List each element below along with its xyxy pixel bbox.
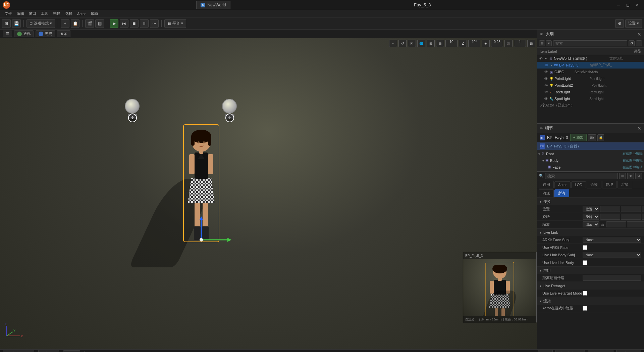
scale-dropdown[interactable]: 缩放 [583, 221, 599, 227]
add-component-btn[interactable]: + 添加 [570, 134, 587, 141]
cmd-btn[interactable]: Cmd ▾ [63, 350, 80, 352]
filter-tab-lod[interactable]: LOD [571, 181, 586, 188]
rot-z-input[interactable]: 90.0° [642, 214, 644, 220]
cam-speed-btn[interactable]: 🎥 [504, 40, 513, 47]
transform-translate-btn[interactable]: ↔ [389, 40, 397, 47]
pos-z-input[interactable]: 6.39018 [642, 206, 644, 212]
use-live-retarget-checkbox[interactable] [583, 291, 587, 296]
grid-snap-btn[interactable]: ⊟ [436, 40, 444, 47]
layout-btn[interactable]: ⊞ [2, 19, 11, 28]
transform-scale-btn[interactable]: ⇱ [408, 40, 416, 47]
pl1-eye-icon[interactable]: 👁 [544, 76, 548, 81]
crowd-section-header[interactable]: ▾ 群组 [537, 267, 644, 274]
outliner-row-pl2[interactable]: 👁 💡 PointLight2 PointLight [537, 82, 644, 89]
pos-x-input[interactable]: 213.906 [600, 206, 620, 212]
close-button[interactable]: ✕ [633, 2, 641, 8]
live-link-body-select[interactable]: None [583, 252, 641, 258]
menu-help[interactable]: 帮助 [89, 10, 100, 17]
eye-toggle[interactable]: 👁 [540, 32, 544, 37]
add-btn[interactable]: ＋ [61, 19, 69, 28]
platform-btn[interactable]: 🖥 平台 ▾ [164, 19, 186, 28]
outliner-row-rl[interactable]: 👁 ▭ RectLight RectLight [537, 89, 644, 95]
prop-star-btn[interactable]: ★ [627, 173, 634, 179]
body-edit[interactable]: 在蓝图中编辑 [623, 158, 643, 163]
filter-tab-actor[interactable]: Actor [554, 181, 571, 188]
outliner-row-bp-fay[interactable]: 👁 ▾ BP BP_Fay5_3 编辑BP_Fay5_ [537, 62, 644, 69]
cjbg-eye-icon[interactable]: 👁 [544, 70, 548, 74]
console-input[interactable] [84, 351, 151, 352]
tracing-btn[interactable]: 追踪 [538, 350, 553, 352]
menu-tools[interactable]: 工具 [39, 10, 50, 17]
use-live-link-body-checkbox[interactable] [583, 260, 587, 265]
step-button[interactable]: ⏭ [120, 19, 128, 28]
filter-tab-render[interactable]: 渲染 [618, 181, 632, 188]
transform-gizmo[interactable] [191, 216, 231, 244]
transform-section-header[interactable]: ▾ 变换 [537, 198, 644, 205]
actor-hidden-checkbox[interactable] [583, 306, 587, 311]
angle-snap-btn[interactable]: ∠ [459, 40, 467, 47]
root-edit[interactable]: 在蓝图中编辑 [623, 151, 643, 156]
transform-rotate-btn[interactable]: ↺ [398, 40, 407, 47]
cinematic-btn[interactable]: 🎬 [85, 19, 94, 28]
prop-tab-stream[interactable]: 流送 [539, 189, 554, 197]
menu-select[interactable]: 选择 [63, 10, 74, 17]
maximize-btn[interactable]: ⊡ [527, 40, 535, 47]
world-expand-btn[interactable]: ▾ [544, 56, 548, 60]
outliner-settings-btn[interactable]: ⚙ [629, 40, 635, 46]
outliner-close[interactable]: ✕ [637, 32, 641, 37]
rot-x-input[interactable]: 0.4° [600, 214, 620, 220]
prop-tab-all[interactable]: 所有 [554, 189, 569, 197]
scale-snap-btn[interactable]: ◈ [482, 40, 490, 47]
scale-chain-btn[interactable]: ⛓ [600, 221, 605, 227]
use-arkit-checkbox[interactable] [583, 245, 587, 250]
position-dropdown[interactable]: 位置 [583, 206, 599, 212]
filter-tab-general[interactable]: 通用 [539, 181, 554, 188]
play-button[interactable]: ▶ [110, 19, 118, 28]
outliner-filter-btn[interactable]: ⊟ [539, 40, 545, 46]
scale-y-input[interactable]: 1.0 [627, 221, 644, 227]
perspective-btn[interactable]: 透视 [14, 30, 34, 37]
details-action-1[interactable]: ⊞▾ [588, 134, 596, 141]
surface-snap-btn[interactable]: ⊞ [427, 40, 435, 47]
outliner-search-input[interactable] [553, 40, 627, 46]
move-handle-1[interactable]: ✛ [128, 114, 137, 122]
settings-btn[interactable]: 设置 ▾ [625, 19, 642, 28]
comp-row-face[interactable]: ▣ Face 在蓝图中编辑 [537, 164, 644, 171]
save-all-btn[interactable]: 所有已保存 [588, 350, 613, 352]
stop-button[interactable]: ⏹ [130, 19, 139, 28]
bp-fay-expand-btn[interactable]: ▾ [549, 63, 553, 67]
outliner-view-btn[interactable]: ▾ [546, 40, 552, 46]
outliner-row-pl1[interactable]: 👁 💡 PointLight PointLight [537, 75, 644, 82]
pl2-eye-icon[interactable]: 👁 [544, 83, 548, 88]
prop-settings-btn[interactable]: ⚙ [635, 173, 642, 179]
render-section-header[interactable]: ▾ 渲染 [537, 297, 644, 305]
menu-file[interactable]: 文件 [3, 10, 14, 17]
comp-row-root[interactable]: ▾ ⊙ Root 在蓝图中编辑 [537, 150, 644, 157]
details-self-row[interactable]: BP BP_Fay5_3（自我） [537, 142, 644, 150]
prop-grid-btn[interactable]: ⊞ [619, 173, 626, 179]
active-tab[interactable]: N NewWorld [196, 1, 230, 9]
show-btn[interactable]: 显示 [57, 30, 70, 37]
scale-x-input[interactable]: 1.0 [606, 221, 626, 227]
outliner-row-cjbg[interactable]: 👁 ▣ CJBG StaticMeshActo [537, 69, 644, 75]
sl-eye-icon[interactable]: 👁 [544, 96, 548, 101]
filter-tab-physics[interactable]: 物理 [602, 181, 617, 188]
outliner-more-btn[interactable]: ⋯ [636, 40, 642, 46]
source-control-btn[interactable]: 版本控制 ▾ [616, 350, 641, 352]
rotation-dropdown[interactable]: 旋转 [583, 214, 599, 220]
move-handle-2[interactable]: ✛ [225, 114, 234, 122]
viewport[interactable]: ↔ ↺ ⇱ 🌐 ⊞ ⊟ 10 ∠ 10° ◈ 0.25 🎥 1 ⊡ [0, 38, 537, 349]
outliner-row-world[interactable]: 👁 ▾ ⊞ NewWorld（编辑器） 世界场景 [537, 55, 644, 62]
bp-fay-eye-icon[interactable]: 👁 [544, 63, 548, 68]
angle-input[interactable]: 10° [468, 40, 480, 47]
blueprint-btn[interactable]: 📋 [71, 19, 79, 28]
restore-button[interactable]: ◻ [624, 2, 632, 8]
menu-edit[interactable]: 编辑 [15, 10, 26, 17]
minimize-button[interactable]: ─ [614, 2, 623, 8]
mode-select-btn[interactable]: ⊡ 选项模式 ▾ [26, 19, 55, 28]
cam-speed-input[interactable]: 1 [514, 40, 526, 47]
rl-eye-icon[interactable]: 👁 [544, 90, 548, 94]
pause-button[interactable]: ⏸ [140, 19, 149, 28]
coord-world-btn[interactable]: 🌐 [417, 40, 425, 47]
details-close[interactable]: ✕ [637, 126, 641, 131]
